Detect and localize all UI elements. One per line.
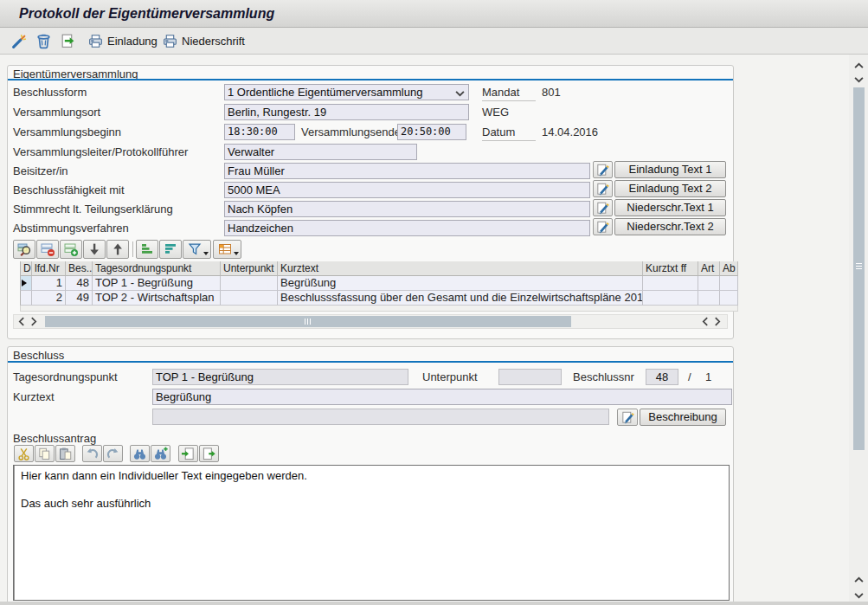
vertical-scroll-thumb[interactable] [853,87,865,450]
print-einladung-button[interactable]: Einladung [85,30,160,51]
versammlungsende-field[interactable]: 20:50:00 [397,124,466,140]
move-down-button[interactable] [83,240,106,259]
scroll-left-button-right[interactable] [699,316,711,327]
row-selector-cell[interactable] [20,291,32,306]
edit-button[interactable] [9,30,30,51]
find-next-button[interactable] [151,445,170,462]
column-header-kurztxtff[interactable]: Kurztxt ff [643,261,698,276]
datum-label: Datum [482,124,536,141]
table-search-button[interactable] [13,240,35,259]
cell-unterpunkt[interactable] [221,291,278,306]
cell-bes[interactable]: 48 [66,276,93,291]
find-button[interactable] [130,445,150,462]
stimmrecht-label: Stimmrecht lt. Teilungserklärung [13,201,173,217]
edit-einladung-text2-icon-button[interactable] [593,180,613,197]
filter-menu-button[interactable] [183,240,211,259]
horizontal-scroll-thumb[interactable] [45,316,571,327]
beschlussfaehigkeit-field[interactable]: 5000 MEA [224,182,590,198]
einladung-text1-button[interactable]: Einladung Text 1 [614,161,726,178]
export-button[interactable] [57,30,79,51]
group-title: Beschluss [13,349,64,362]
beschreibung-button[interactable]: Beschreibung [640,409,726,426]
beschlussfaehigkeit-label: Beschlussfähigkeit mit [13,182,125,198]
table-header-row: D.. lfd.Nr Bes.. Tagesordnungspunkt Unte… [20,261,738,276]
cell-bes[interactable]: 49 [66,291,93,306]
column-header-lfdnr[interactable]: lfd.Nr [32,261,66,276]
edit-einladung-text1-icon-button[interactable] [593,161,613,178]
sort-descending-button[interactable] [159,240,182,259]
stimmrecht-field[interactable]: Nach Köpfen [224,201,590,217]
vertical-scrollbar[interactable] [849,55,868,605]
pencil-document-icon [595,163,610,177]
cell-art[interactable] [698,291,720,306]
versammlungsbeginn-label: Versammlungsbeginn [13,124,121,140]
tagesordnungspunkt-field[interactable]: TOP 1 - Begrüßung [152,369,408,385]
cell-ab[interactable] [720,291,738,306]
beschlussnr-field[interactable]: 48 [646,369,678,385]
scroll-down-button[interactable] [852,74,865,85]
cell-ab[interactable] [720,276,738,291]
column-header-kurztext[interactable]: Kurztext [278,261,643,276]
edit-beschreibung-icon-button[interactable] [617,409,638,426]
column-header-ab[interactable]: Ab [720,261,738,276]
beschlussform-select[interactable]: 1 Ordentliche Eigentümerversammlung [224,84,469,100]
table-settings-menu-button[interactable] [213,240,241,259]
scroll-down-button-bottom[interactable] [852,589,865,601]
delete-row-button[interactable] [36,240,59,259]
niederschrift-text1-button[interactable]: Niederschr.Text 1 [614,199,726,216]
beschlussnr-separator: / [688,369,691,385]
delete-button[interactable] [33,30,55,51]
row-selector-cell[interactable] [20,276,32,291]
column-header-bes[interactable]: Bes.. [66,261,93,276]
paste-button[interactable] [55,445,75,462]
scroll-right-button-right[interactable] [711,316,723,327]
sort-ascending-button[interactable] [136,240,158,259]
cell-art[interactable] [698,276,720,291]
cell-tagesordnungspunkt[interactable]: TOP 2 - Wirtschaftsplan [93,291,221,306]
kurztext-field[interactable]: Begrüßung [152,389,732,405]
unterpunkt-field[interactable] [498,369,562,385]
edit-niederschrift-text1-icon-button[interactable] [593,199,613,216]
versammlungsleiter-field[interactable]: Verwalter [224,144,417,160]
sort-descending-icon [163,241,178,257]
datum-value: 14.04.2016 [542,124,598,140]
kurztext2-field[interactable] [152,409,609,425]
edit-niederschrift-text2-icon-button[interactable] [593,218,613,235]
column-header-tagesordnungspunkt[interactable]: Tagesordnungspunkt [93,261,221,276]
column-header-unterpunkt[interactable]: Unterpunkt [221,261,278,276]
undo-button[interactable] [82,445,102,462]
scroll-left-button[interactable] [16,316,28,327]
table-row[interactable]: 1 48 TOP 1 - Begrüßung Begrüßung [20,276,738,291]
cell-kurztxtff[interactable] [643,276,698,291]
versammlungsbeginn-field[interactable]: 18:30:00 [224,124,295,140]
cell-lfdnr[interactable]: 1 [32,276,66,291]
einladung-text2-button[interactable]: Einladung Text 2 [614,180,726,197]
cell-unterpunkt[interactable] [221,276,278,291]
copy-button[interactable] [35,445,55,462]
cell-kurztxtff[interactable] [643,291,698,306]
versammlungsort-field[interactable]: Berlin, Rungestr. 19 [224,104,469,120]
table-horizontal-scrollbar[interactable] [13,314,728,329]
export-text-button[interactable] [199,445,219,462]
beisitzer-field[interactable]: Frau Müller [224,163,590,179]
insert-row-button[interactable] [60,240,82,259]
scroll-right-button[interactable] [28,316,40,327]
cut-button[interactable] [14,445,34,462]
cell-lfdnr[interactable]: 2 [32,291,66,306]
niederschrift-text2-button[interactable]: Niederschr.Text 2 [614,218,726,235]
column-header-art[interactable]: Art [698,261,720,276]
abstimmungsverfahren-field[interactable]: Handzeichen [224,220,590,236]
scroll-up-button-bottom[interactable] [852,574,865,585]
redo-button[interactable] [103,445,123,462]
table-row[interactable]: 2 49 TOP 2 - Wirtschaftsplan Beschlusssf… [20,291,738,306]
scroll-up-button[interactable] [852,60,865,71]
cell-kurztext[interactable]: Begrüßung [278,276,643,291]
move-up-button[interactable] [106,240,129,259]
beschlussantrag-textarea[interactable]: Hier kann dann ein Individueller Text ei… [14,466,729,600]
print-niederschrift-button[interactable]: Niederschrift [159,30,248,51]
import-text-button[interactable] [178,445,198,462]
cell-tagesordnungspunkt[interactable]: TOP 1 - Begrüßung [93,276,221,291]
dropdown-arrow-icon [234,252,239,255]
cell-kurztext[interactable]: Beschlusssfassung über den Gesamt und di… [278,291,643,306]
column-header-selection[interactable]: D.. [20,261,32,276]
